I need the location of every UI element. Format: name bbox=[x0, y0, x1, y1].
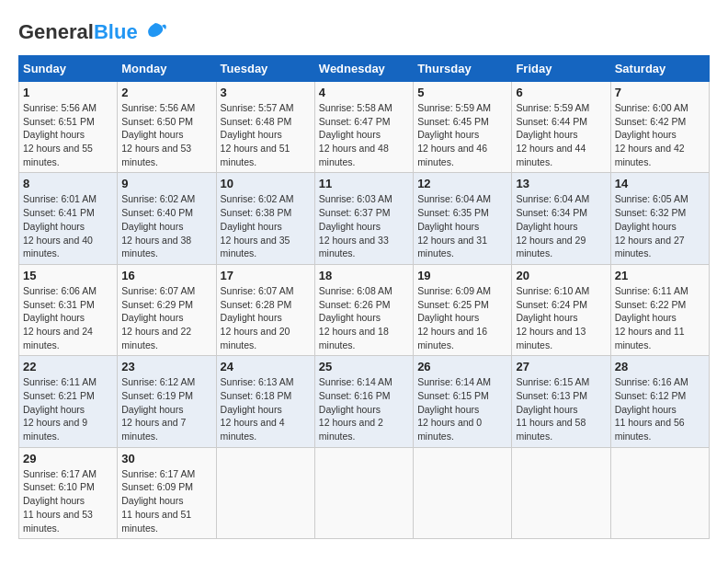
day-number: 8 bbox=[23, 177, 113, 190]
calendar-cell: 12 Sunrise: 6:04 AM Sunset: 6:35 PM Dayl… bbox=[414, 173, 512, 264]
day-info: Sunrise: 6:14 AM Sunset: 6:15 PM Dayligh… bbox=[417, 375, 507, 442]
day-number: 23 bbox=[121, 360, 211, 373]
calendar-cell: 16 Sunrise: 6:07 AM Sunset: 6:29 PM Dayl… bbox=[118, 264, 216, 355]
day-info: Sunrise: 6:04 AM Sunset: 6:34 PM Dayligh… bbox=[516, 192, 606, 259]
weekday-header-wednesday: Wednesday bbox=[314, 56, 413, 82]
calendar-cell: 13 Sunrise: 6:04 AM Sunset: 6:34 PM Dayl… bbox=[512, 173, 610, 264]
calendar-cell bbox=[610, 447, 709, 538]
day-number: 24 bbox=[221, 360, 311, 373]
day-info: Sunrise: 6:11 AM Sunset: 6:22 PM Dayligh… bbox=[615, 284, 705, 351]
day-info: Sunrise: 6:00 AM Sunset: 6:42 PM Dayligh… bbox=[615, 101, 705, 168]
day-info: Sunrise: 6:02 AM Sunset: 6:38 PM Dayligh… bbox=[221, 192, 311, 259]
weekday-header-thursday: Thursday bbox=[414, 56, 512, 82]
bird-icon bbox=[142, 18, 169, 46]
day-info: Sunrise: 6:13 AM Sunset: 6:18 PM Dayligh… bbox=[221, 375, 311, 442]
weekday-header-tuesday: Tuesday bbox=[216, 56, 314, 82]
calendar-cell: 22 Sunrise: 6:11 AM Sunset: 6:21 PM Dayl… bbox=[19, 356, 118, 447]
weekday-header-monday: Monday bbox=[118, 56, 216, 82]
calendar-cell: 5 Sunrise: 5:59 AM Sunset: 6:45 PM Dayli… bbox=[414, 82, 512, 173]
weekday-header-sunday: Sunday bbox=[19, 56, 118, 82]
logo: GeneralBlue bbox=[18, 18, 169, 46]
day-number: 30 bbox=[121, 452, 211, 465]
day-info: Sunrise: 6:07 AM Sunset: 6:28 PM Dayligh… bbox=[221, 284, 311, 351]
day-number: 12 bbox=[417, 177, 507, 190]
day-number: 10 bbox=[221, 177, 311, 190]
calendar-cell: 7 Sunrise: 6:00 AM Sunset: 6:42 PM Dayli… bbox=[610, 82, 709, 173]
day-info: Sunrise: 6:02 AM Sunset: 6:40 PM Dayligh… bbox=[121, 192, 211, 259]
calendar-cell: 11 Sunrise: 6:03 AM Sunset: 6:37 PM Dayl… bbox=[314, 173, 413, 264]
day-number: 13 bbox=[516, 177, 606, 190]
day-number: 28 bbox=[615, 360, 705, 373]
calendar-cell: 15 Sunrise: 6:06 AM Sunset: 6:31 PM Dayl… bbox=[19, 264, 118, 355]
day-info: Sunrise: 6:10 AM Sunset: 6:24 PM Dayligh… bbox=[516, 284, 606, 351]
calendar-cell: 26 Sunrise: 6:14 AM Sunset: 6:15 PM Dayl… bbox=[414, 356, 512, 447]
calendar-cell: 29 Sunrise: 6:17 AM Sunset: 6:10 PM Dayl… bbox=[19, 447, 118, 538]
calendar-cell bbox=[414, 447, 512, 538]
calendar-cell bbox=[216, 447, 314, 538]
day-info: Sunrise: 6:11 AM Sunset: 6:21 PM Dayligh… bbox=[23, 375, 113, 442]
day-info: Sunrise: 6:12 AM Sunset: 6:19 PM Dayligh… bbox=[121, 375, 211, 442]
day-info: Sunrise: 6:15 AM Sunset: 6:13 PM Dayligh… bbox=[516, 375, 606, 442]
day-info: Sunrise: 6:14 AM Sunset: 6:16 PM Dayligh… bbox=[319, 375, 409, 442]
calendar-cell: 3 Sunrise: 5:57 AM Sunset: 6:48 PM Dayli… bbox=[216, 82, 314, 173]
weekday-header-saturday: Saturday bbox=[610, 56, 709, 82]
calendar-cell: 25 Sunrise: 6:14 AM Sunset: 6:16 PM Dayl… bbox=[314, 356, 413, 447]
day-info: Sunrise: 5:57 AM Sunset: 6:48 PM Dayligh… bbox=[221, 101, 311, 168]
day-number: 4 bbox=[319, 86, 409, 99]
day-number: 22 bbox=[23, 360, 113, 373]
calendar-cell: 14 Sunrise: 6:05 AM Sunset: 6:32 PM Dayl… bbox=[610, 173, 709, 264]
calendar-cell: 6 Sunrise: 5:59 AM Sunset: 6:44 PM Dayli… bbox=[512, 82, 610, 173]
day-info: Sunrise: 6:17 AM Sunset: 6:09 PM Dayligh… bbox=[121, 467, 211, 534]
calendar-cell: 10 Sunrise: 6:02 AM Sunset: 6:38 PM Dayl… bbox=[216, 173, 314, 264]
calendar-cell bbox=[314, 447, 413, 538]
day-number: 7 bbox=[615, 86, 705, 99]
day-info: Sunrise: 5:59 AM Sunset: 6:45 PM Dayligh… bbox=[417, 101, 507, 168]
day-info: Sunrise: 5:56 AM Sunset: 6:51 PM Dayligh… bbox=[23, 101, 113, 168]
day-info: Sunrise: 6:09 AM Sunset: 6:25 PM Dayligh… bbox=[417, 284, 507, 351]
calendar-cell: 4 Sunrise: 5:58 AM Sunset: 6:47 PM Dayli… bbox=[314, 82, 413, 173]
calendar-cell: 9 Sunrise: 6:02 AM Sunset: 6:40 PM Dayli… bbox=[118, 173, 216, 264]
day-info: Sunrise: 6:05 AM Sunset: 6:32 PM Dayligh… bbox=[615, 192, 705, 259]
day-number: 29 bbox=[23, 452, 113, 465]
day-number: 27 bbox=[516, 360, 606, 373]
day-info: Sunrise: 6:16 AM Sunset: 6:12 PM Dayligh… bbox=[615, 375, 705, 442]
day-number: 3 bbox=[221, 86, 311, 99]
day-number: 1 bbox=[23, 86, 113, 99]
calendar-cell: 20 Sunrise: 6:10 AM Sunset: 6:24 PM Dayl… bbox=[512, 264, 610, 355]
day-number: 19 bbox=[417, 269, 507, 282]
day-number: 21 bbox=[615, 269, 705, 282]
calendar-cell: 1 Sunrise: 5:56 AM Sunset: 6:51 PM Dayli… bbox=[19, 82, 118, 173]
day-number: 6 bbox=[516, 86, 606, 99]
calendar-cell: 23 Sunrise: 6:12 AM Sunset: 6:19 PM Dayl… bbox=[118, 356, 216, 447]
day-number: 26 bbox=[417, 360, 507, 373]
calendar-cell: 17 Sunrise: 6:07 AM Sunset: 6:28 PM Dayl… bbox=[216, 264, 314, 355]
calendar-table: SundayMondayTuesdayWednesdayThursdayFrid… bbox=[18, 55, 710, 539]
calendar-cell: 2 Sunrise: 5:56 AM Sunset: 6:50 PM Dayli… bbox=[118, 82, 216, 173]
calendar-cell bbox=[512, 447, 610, 538]
calendar-cell: 18 Sunrise: 6:08 AM Sunset: 6:26 PM Dayl… bbox=[314, 264, 413, 355]
day-number: 25 bbox=[319, 360, 409, 373]
day-number: 20 bbox=[516, 269, 606, 282]
calendar-cell: 21 Sunrise: 6:11 AM Sunset: 6:22 PM Dayl… bbox=[610, 264, 709, 355]
calendar-cell: 24 Sunrise: 6:13 AM Sunset: 6:18 PM Dayl… bbox=[216, 356, 314, 447]
weekday-header-friday: Friday bbox=[512, 56, 610, 82]
day-number: 9 bbox=[121, 177, 211, 190]
day-info: Sunrise: 5:56 AM Sunset: 6:50 PM Dayligh… bbox=[121, 101, 211, 168]
day-info: Sunrise: 5:59 AM Sunset: 6:44 PM Dayligh… bbox=[516, 101, 606, 168]
calendar-cell: 27 Sunrise: 6:15 AM Sunset: 6:13 PM Dayl… bbox=[512, 356, 610, 447]
day-info: Sunrise: 6:06 AM Sunset: 6:31 PM Dayligh… bbox=[23, 284, 113, 351]
day-number: 17 bbox=[221, 269, 311, 282]
day-info: Sunrise: 6:17 AM Sunset: 6:10 PM Dayligh… bbox=[23, 467, 113, 534]
day-number: 16 bbox=[121, 269, 211, 282]
day-number: 14 bbox=[615, 177, 705, 190]
day-number: 15 bbox=[23, 269, 113, 282]
day-info: Sunrise: 6:01 AM Sunset: 6:41 PM Dayligh… bbox=[23, 192, 113, 259]
day-info: Sunrise: 6:07 AM Sunset: 6:29 PM Dayligh… bbox=[121, 284, 211, 351]
calendar-cell: 28 Sunrise: 6:16 AM Sunset: 6:12 PM Dayl… bbox=[610, 356, 709, 447]
day-info: Sunrise: 6:04 AM Sunset: 6:35 PM Dayligh… bbox=[417, 192, 507, 259]
day-info: Sunrise: 6:08 AM Sunset: 6:26 PM Dayligh… bbox=[319, 284, 409, 351]
calendar-cell: 8 Sunrise: 6:01 AM Sunset: 6:41 PM Dayli… bbox=[19, 173, 118, 264]
calendar-cell: 30 Sunrise: 6:17 AM Sunset: 6:09 PM Dayl… bbox=[118, 447, 216, 538]
day-number: 2 bbox=[121, 86, 211, 99]
day-info: Sunrise: 5:58 AM Sunset: 6:47 PM Dayligh… bbox=[319, 101, 409, 168]
